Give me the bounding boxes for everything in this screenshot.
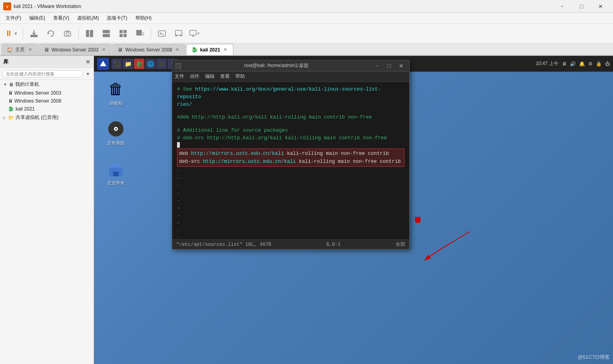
- terminal-button[interactable]: [154, 26, 169, 41]
- vm-menu-file[interactable]: 文件: [175, 73, 184, 80]
- tab-win2003[interactable]: 🖥 Windows Server 2003 ✕: [39, 44, 111, 55]
- sidebar-item-win2003[interactable]: 🖥 Windows Server 2003: [0, 89, 94, 97]
- minimize-button[interactable]: －: [553, 0, 571, 13]
- restore-snapshot-button[interactable]: [43, 26, 58, 41]
- statusbar-filename: "/etc/apt/sources.list" 10L, 407B: [176, 242, 271, 247]
- view4-button[interactable]: [132, 26, 147, 41]
- kali-lock-icon: 🔒: [596, 61, 602, 67]
- tab-home[interactable]: 🏠 主页 ✕: [2, 44, 38, 55]
- home-tab-icon: 🏠: [7, 47, 13, 53]
- search-bar: ▼: [0, 68, 94, 80]
- statusbar-all: 全部: [396, 241, 405, 248]
- svg-rect-7: [103, 30, 110, 33]
- vm-minimize-button[interactable]: －: [372, 61, 382, 70]
- window-controls: － □ ✕: [553, 0, 610, 13]
- view3-button[interactable]: [115, 26, 131, 41]
- cursor-line: [177, 142, 404, 148]
- maximize-button[interactable]: □: [572, 0, 591, 13]
- additional-comment: # Additional line for source packages: [177, 128, 288, 133]
- vm-content-area[interactable]: # See https://www.kali.org/docs/general-…: [172, 82, 409, 239]
- view1-button[interactable]: [82, 26, 97, 41]
- vm-menu-action[interactable]: 动作: [190, 73, 199, 80]
- kali-app-icon-4[interactable]: 🌐: [145, 59, 155, 69]
- tab-kali[interactable]: 🐉 kali 2021 ✕: [186, 44, 233, 55]
- svg-point-20: [115, 128, 117, 130]
- deb-keyword: deb: [179, 151, 191, 156]
- sidebar-item-win2008[interactable]: 🖥 Windows Server 2008: [0, 97, 94, 105]
- svg-rect-17: [190, 30, 196, 35]
- fullscreen-button[interactable]: [171, 26, 186, 41]
- win2003-icon: 🖥: [8, 90, 13, 96]
- view2-button[interactable]: [99, 26, 114, 41]
- sidebar-item-shared[interactable]: ▷ 📁 共享虚拟机 (已弃用): [0, 113, 94, 122]
- vm-close-button[interactable]: ✕: [396, 62, 406, 70]
- kali-label: kali 2021: [16, 106, 35, 112]
- tab-win2008[interactable]: 🖥 Windows Server 2008 ✕: [112, 44, 185, 55]
- vm-menu-help[interactable]: 帮助: [235, 73, 245, 80]
- shared-expand-icon: ▷: [3, 115, 6, 120]
- svg-rect-8: [103, 34, 110, 37]
- view-dropdown-button[interactable]: ▼: [188, 26, 202, 41]
- pause-button[interactable]: ⏸ ▼: [3, 26, 20, 41]
- tab-win2003-close[interactable]: ✕: [101, 47, 106, 53]
- home-folder-icon: [106, 159, 125, 178]
- svg-rect-13: [136, 30, 142, 36]
- deb-line: deb http://mirrors.ustc.edu.cn/kali kali…: [179, 150, 402, 158]
- kali-power-icon: ⏻: [605, 61, 610, 67]
- tabbar: 🏠 主页 ✕ 🖥 Windows Server 2003 ✕ 🖥 Windows…: [0, 43, 613, 56]
- vm-maximize-button[interactable]: □: [385, 62, 393, 70]
- kali-app-icon-2[interactable]: 📁: [123, 59, 133, 69]
- kali-app-icon-1[interactable]: ⬛: [111, 59, 122, 69]
- deb-url: http://mirrors.ustc.edu.cn/kali: [191, 151, 284, 156]
- app-icon: V: [3, 2, 11, 10]
- kali-app-icon-3[interactable]: 🐉: [134, 59, 144, 69]
- cursor-block: [177, 142, 180, 148]
- vm-menu-view[interactable]: 查看: [220, 73, 230, 80]
- tab-kali-close[interactable]: ✕: [223, 47, 228, 53]
- menu-file[interactable]: 文件(F): [2, 13, 25, 23]
- debsrc-url: http://mirrors.ustc.edu.cn/kali: [203, 159, 296, 164]
- watermark: @51CTO博客: [577, 354, 610, 361]
- tab-home-close[interactable]: ✕: [27, 47, 33, 53]
- blank-line-2: [177, 121, 404, 127]
- menu-vm[interactable]: 虚拟机(M): [73, 13, 103, 23]
- toolbar-separator-2: [78, 28, 79, 40]
- desktop-icon-trash[interactable]: 🗑 回收站: [100, 78, 132, 108]
- desktop-icon-home[interactable]: 主文件夹: [100, 158, 132, 188]
- menu-help[interactable]: 帮助(H): [131, 13, 156, 23]
- desktop-icon-filesystem[interactable]: 文件系统: [100, 118, 132, 148]
- svg-rect-2: [30, 35, 38, 37]
- trash-icon: 🗑: [106, 79, 125, 99]
- url-text: https://www.kali.org/docs/general-use/ka…: [177, 87, 381, 100]
- kali-monitor-icon: 🖥: [562, 61, 567, 67]
- shared-icon: 📁: [8, 115, 14, 121]
- debsrc-line: deb-src http://mirrors.ustc.edu.cn/kali …: [179, 158, 402, 166]
- blank-line-1: [177, 108, 404, 114]
- sidebar-item-kali[interactable]: 🐉 kali 2021: [0, 105, 94, 113]
- kali-icon: 🐉: [8, 106, 14, 112]
- trash-label: 回收站: [109, 100, 123, 106]
- tab-win2008-close[interactable]: ✕: [175, 47, 180, 53]
- code-line-4: # deb-src http://http.kali.org/kali kali…: [177, 135, 404, 142]
- close-button[interactable]: ✕: [591, 0, 610, 13]
- sidebar-item-mycomputer[interactable]: ▼ 🖥 我的计算机: [0, 80, 94, 89]
- toolbar-separator-1: [23, 28, 23, 40]
- menu-tabs[interactable]: 选项卡(T): [103, 13, 131, 23]
- expand-icon: ▼: [3, 82, 7, 87]
- svg-rect-12: [123, 34, 127, 37]
- statusbar-position: 8,0-1: [326, 242, 340, 247]
- search-dropdown-button[interactable]: ▼: [85, 71, 91, 76]
- menu-edit[interactable]: 编辑(E): [25, 13, 49, 23]
- svg-rect-6: [90, 30, 93, 37]
- save-snapshot-button[interactable]: [26, 26, 42, 41]
- kali-terminal-icon[interactable]: ⬛: [156, 59, 167, 69]
- svg-rect-11: [119, 34, 123, 37]
- take-snapshot-button[interactable]: [60, 26, 75, 41]
- sidebar-close-button[interactable]: ✕: [86, 59, 90, 65]
- kali-bell-icon: 🔔: [579, 61, 585, 67]
- kali-clock: 10:47 上午: [536, 60, 559, 67]
- svg-rect-5: [86, 30, 89, 37]
- search-input[interactable]: [2, 70, 83, 77]
- vm-menu-edit[interactable]: 编辑: [205, 73, 215, 80]
- menu-view[interactable]: 查看(V): [49, 13, 73, 23]
